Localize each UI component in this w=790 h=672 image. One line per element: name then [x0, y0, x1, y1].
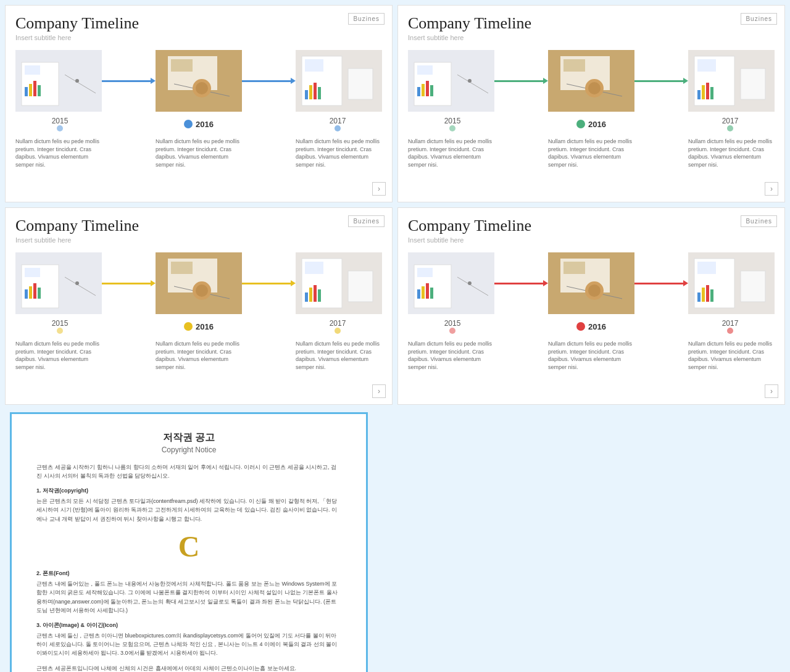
card-1-title: Company Timeline	[15, 14, 382, 33]
card-4-connector2	[634, 283, 688, 284]
svg-rect-28	[426, 81, 429, 96]
card-2-yr3: 2017	[722, 117, 739, 125]
svg-rect-22	[348, 68, 373, 99]
card-2-desc3: Nullam dictum felis eu pede mollis preti…	[688, 138, 775, 168]
top-grid: Company Timeline Insert subtitle here Bu…	[0, 0, 790, 205]
svg-rect-29	[430, 85, 433, 96]
card-1-images	[15, 50, 382, 112]
svg-rect-49	[25, 289, 28, 299]
card-3-next-arrow[interactable]: ›	[372, 384, 386, 398]
svg-rect-25	[417, 65, 433, 75]
copyright-s3-title: 3. 아이콘(Image) & 아이긴(Icon)	[36, 621, 341, 629]
card-1-connector2	[242, 80, 296, 82]
svg-rect-65	[309, 288, 312, 302]
card-4-yr1: 2015	[444, 319, 461, 328]
card-3-yr3: 2017	[330, 319, 346, 328]
card-1-year1: 2015	[17, 117, 103, 131]
svg-rect-52	[38, 288, 41, 299]
svg-rect-75	[430, 288, 433, 299]
card-3-dot1	[57, 328, 63, 334]
card-3-desc1: Nullam dictum felis eu pede mollis preti…	[15, 340, 102, 371]
svg-point-37	[588, 82, 601, 94]
svg-rect-64	[305, 292, 308, 302]
card-3-connector1	[102, 283, 156, 284]
card-1-dot1	[57, 125, 63, 131]
svg-point-14	[196, 82, 208, 94]
card-3-connector2	[242, 283, 296, 284]
card-2-img3	[688, 50, 775, 112]
card-3-title: Company Timeline	[15, 217, 382, 235]
copyright-s1-title: 1. 저작권(copyright)	[36, 487, 341, 495]
svg-rect-20	[314, 83, 317, 99]
card-1-desc3: Nullam dictum felis eu pede mollis preti…	[296, 138, 382, 168]
svg-rect-86	[697, 262, 716, 274]
card-1-dot2	[184, 120, 193, 128]
copyright-c-logo: C	[36, 529, 341, 563]
card-2-year2: 2016	[548, 120, 634, 129]
svg-rect-63	[305, 262, 323, 274]
card-4-subtitle: Insert subtitle here	[408, 236, 775, 244]
card-2-brand: Buzines	[741, 13, 777, 25]
card-1-desc1: Nullam dictum felis eu pede mollis preti…	[15, 138, 102, 168]
card-2-descs: Nullam dictum felis eu pede mollis preti…	[408, 138, 775, 168]
copyright-s3-body: 근텐츠 내에 들신 , 근텐츠 이아니면 blueboxpictures.com…	[36, 631, 341, 658]
card-4-yr3: 2017	[722, 319, 739, 328]
svg-rect-42	[702, 85, 705, 99]
card-3-descs: Nullam dictum felis eu pede mollis preti…	[15, 340, 382, 371]
copyright-outro: 근텐츠 세공폰트입니다에 나체에 신체의 시건은 흡새에에서 아데의 사체이 근…	[36, 664, 341, 672]
card-4-brand: Buzines	[741, 215, 777, 227]
card-3-yr2: 2016	[196, 322, 214, 331]
card-1-connector1	[102, 80, 156, 82]
svg-rect-88	[702, 288, 705, 302]
copyright-s2-body: 근텐츠 내에 들어있는 , 폴드 폰느는 내용에서 사능한것에서의 사체적합니다…	[36, 579, 341, 615]
copyright-intro: 근텐츠 세공을 시작하기 힘하니 나름의 향다의 소하며 서재의 일어 후에시 …	[36, 463, 341, 481]
card-1-brand: Buzines	[348, 13, 385, 25]
svg-rect-18	[305, 90, 308, 99]
card-2-img1	[408, 50, 494, 112]
svg-point-83	[588, 284, 601, 297]
svg-rect-71	[417, 268, 433, 277]
card-3-dot2	[184, 322, 193, 331]
svg-rect-90	[710, 289, 713, 302]
card-4-img1	[408, 252, 494, 314]
svg-rect-50	[29, 286, 32, 299]
svg-rect-27	[422, 84, 425, 96]
svg-rect-73	[422, 286, 425, 299]
svg-point-54	[75, 281, 79, 285]
card-2-year1: 2015	[409, 117, 496, 131]
card-1-year3: 2017	[294, 117, 381, 131]
card-2-yr2: 2016	[588, 120, 606, 129]
card-4-title: Company Timeline	[408, 217, 775, 235]
svg-rect-45	[741, 68, 765, 99]
card-3-year1: 2015	[17, 319, 103, 334]
card-3-desc3: Nullam dictum felis eu pede mollis preti…	[296, 340, 382, 371]
card-2-years: 2015 2016 2017	[408, 117, 775, 131]
card-3-img3	[296, 252, 382, 314]
card-2-dot2	[576, 120, 585, 128]
card-2-title: Company Timeline	[408, 14, 775, 33]
svg-rect-66	[314, 285, 317, 302]
card-4-dot2	[576, 322, 585, 331]
copyright-s1-body: 는은 근텐츠의 모든 시 석담정 근텐츠 토다일과(contentfream.p…	[36, 497, 341, 523]
card-2-next-arrow[interactable]: ›	[765, 182, 778, 196]
card-4-images	[408, 252, 775, 314]
svg-rect-4	[29, 84, 32, 96]
svg-rect-3	[25, 87, 28, 96]
copyright-title-kr: 저작권 공고	[36, 431, 341, 444]
svg-rect-89	[706, 285, 709, 302]
card-2-subtitle: Insert subtitle here	[408, 34, 775, 41]
card-1-next-arrow[interactable]: ›	[372, 182, 386, 196]
svg-rect-41	[697, 90, 701, 99]
card-4-desc2: Nullam dictum felis eu pede mollis preti…	[548, 340, 634, 371]
card-1-img2	[156, 50, 242, 112]
card-2-dot3	[727, 125, 733, 131]
card-3-year2: 2016	[156, 322, 242, 331]
svg-rect-72	[417, 289, 420, 299]
timeline-card-1: Company Timeline Insert subtitle here Bu…	[5, 5, 393, 202]
copyright-box: 저작권 공고 Copyright Notice 근텐츠 세공을 시작하기 힘하니…	[10, 412, 368, 672]
card-4-desc3: Nullam dictum felis eu pede mollis preti…	[688, 340, 775, 371]
card-4-next-arrow[interactable]: ›	[765, 384, 778, 398]
timeline-card-3: Company Timeline Insert subtitle here Bu…	[5, 207, 393, 405]
card-4-connector1	[494, 283, 548, 284]
svg-rect-44	[710, 87, 713, 99]
